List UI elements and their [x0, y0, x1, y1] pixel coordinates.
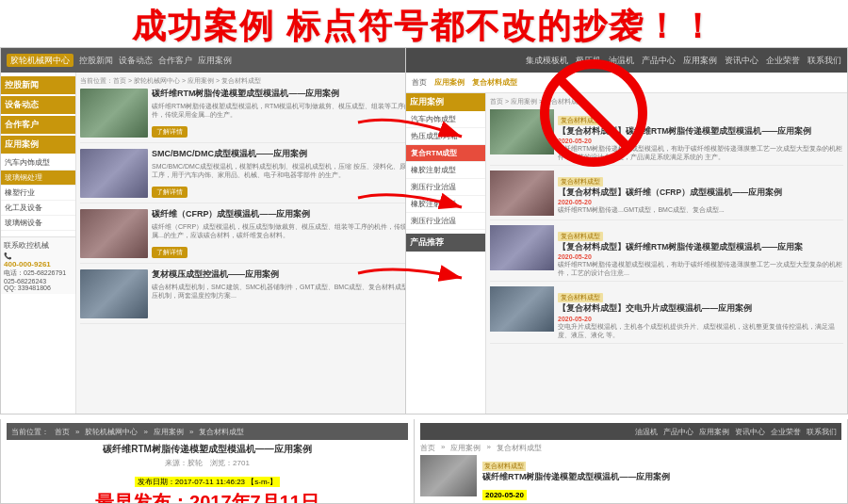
rp-sidebar: 应用案例 汽车内饰成型 热压成型/烤箱 复合RTM成型 橡胶注射成型 测压行业治… — [406, 93, 486, 414]
rp-sidebar-item-highlight[interactable]: 复合RTM成型 — [406, 145, 485, 162]
br-subnav-sep2: » — [486, 443, 490, 453]
lp-sidebar-item-2[interactable]: 玻璃钢处理 — [1, 171, 75, 186]
lp-article-1: 碳纤维RTM树脂传递模塑成型模温机——应用案例 碳纤维RTM树脂传递模塑成型模温… — [80, 89, 429, 143]
rp-article-desc-3: 碳纤维RTM树脂传递模塑成型模温机，有助于碳纤维模塑传递薄膜整工艺一次成型大型复… — [558, 260, 843, 277]
lp-body: 控股新闻 设备动态 合作客户 应用案例 汽车内饰成型 玻璃钢处理 橡塑行业 化工… — [1, 73, 432, 414]
lp-qq: QQ: 339481806 — [4, 285, 73, 291]
rp-article-body-2: 复合材料成型 【复合材料成型】碳纤维（CFRP）成型模温机——应用案例 2020… — [558, 171, 843, 216]
rp-subnav: 首页 应用案例 复合材料成型 — [406, 73, 847, 93]
lp-article-img-inner-2 — [80, 149, 148, 198]
lp-article-btn-2[interactable]: 了解详情 — [152, 187, 188, 198]
br-article-row: 复合材料成型 碳纤维RTM树脂传递模塑成型模温机——应用案例 2020-05-2… — [420, 455, 841, 504]
rp-article-body-4: 复合材料成型 【复合材料成型】交电升片成型模温机——应用案例 2020-05-2… — [558, 286, 843, 338]
rp-nav-6[interactable]: 资讯中心 — [725, 55, 758, 67]
bl-nav-home[interactable]: 首页 — [55, 427, 70, 437]
rp-nav-2[interactable]: 极压机 — [576, 55, 601, 67]
br-nav-4[interactable]: 资讯中心 — [735, 427, 765, 437]
br-subnav-2[interactable]: 应用案例 — [450, 443, 481, 453]
lp-article-body-1: 碳纤维RTM树脂传递模塑成型模温机——应用案例 碳纤维RTM树脂传递模塑成型模温… — [152, 89, 429, 138]
rp-nav-4[interactable]: 产品中心 — [642, 55, 676, 67]
rp-nav-3[interactable]: 油温机 — [609, 55, 634, 67]
rp-article-date-4: 2020-05-20 — [558, 316, 843, 322]
rp-article-desc-1: 碳纤维RTM树脂传递模塑成型模温机，有助于碳纤维模塑传递薄膜整工艺一次成型大型复… — [558, 144, 843, 161]
bl-nav-cases[interactable]: 应用案例 — [154, 427, 184, 437]
lp-nav-item-2[interactable]: 设备动态 — [119, 55, 153, 67]
rp-article-2: 复合材料成型 【复合材料成型】碳纤维（CFRP）成型模温机——应用案例 2020… — [490, 171, 843, 220]
rp-article-tag-3: 复合材料成型 — [558, 232, 603, 241]
rp-nav-1[interactable]: 集成模板机 — [526, 55, 568, 67]
br-nav: 油温机 产品中心 应用案例 资讯中心 企业荣誉 联系我们 — [420, 423, 841, 440]
br-nav-6[interactable]: 联系我们 — [807, 427, 837, 437]
rp-subnav-home[interactable]: 首页 — [412, 77, 427, 88]
bl-nav-center[interactable]: 胶轮机械网中心 — [85, 427, 138, 437]
lp-article-title-2: SMC/BMC/DMC成型模温机——应用案例 — [152, 149, 429, 160]
bl-nav-composite[interactable]: 复合材料成型 — [199, 427, 244, 437]
lp-sidebar-item-1[interactable]: 汽车内饰成型 — [1, 155, 75, 171]
br-article-title: 碳纤维RTM树脂传递模塑成型模温机——应用案例 — [482, 472, 841, 483]
lp-article-img-inner-1 — [80, 89, 148, 138]
rp-nav-7[interactable]: 企业荣誉 — [766, 55, 800, 67]
lp-article-3: 碳纤维（CFRP）成型模温机——应用案例 碳纤维（CFRP）成型模温机，模压成型… — [80, 209, 429, 264]
rp-article-img-inner-1 — [490, 109, 554, 154]
rp-article-title-3: 【复合材料成型】碳纤维RTM树脂传递模塑成型模温机——应用案 — [558, 242, 843, 252]
rp-sidebar-item-5[interactable]: 测压行业治温 — [406, 179, 485, 196]
rp-article-img-inner-3 — [490, 225, 554, 270]
br-nav-1[interactable]: 油温机 — [635, 427, 658, 437]
rp-sidebar-item-1[interactable]: 汽车内饰成型 — [406, 111, 485, 128]
lp-article-img-2 — [80, 149, 148, 198]
rp-article-body-1: 复合材料成型 【复合材料成型】碳纤维RTM树脂传递模塑成型模温机——应用案例 2… — [558, 109, 843, 161]
lp-article-btn-1[interactable]: 了解详情 — [152, 126, 188, 138]
bottom-right: 油温机 产品中心 应用案例 资讯中心 企业荣誉 联系我们 首页 » 应用案例 »… — [415, 419, 848, 504]
lp-article-img-1 — [80, 89, 148, 138]
lp-article-btn-3[interactable]: 了解详情 — [152, 247, 188, 258]
rp-article-3: 复合材料成型 【复合材料成型】碳纤维RTM树脂传递模塑成型模温机——应用案 20… — [490, 225, 843, 282]
bl-nav-sep1: » — [75, 428, 79, 436]
br-article-img — [420, 455, 477, 496]
bl-nav-sep2: » — [143, 428, 147, 436]
br-nav-2[interactable]: 产品中心 — [663, 427, 693, 437]
lp-article-img-inner-3 — [80, 209, 148, 258]
lp-sidebar-item-3[interactable]: 橡塑行业 — [1, 186, 75, 201]
bl-meta: 来源：胶轮 浏览：2701 — [7, 458, 408, 468]
rp-sidebar-item-2[interactable]: 热压成型/烤箱 — [406, 128, 485, 145]
br-nav-5[interactable]: 企业荣誉 — [771, 427, 801, 437]
rp-nav-5[interactable]: 应用案例 — [683, 55, 717, 67]
rp-sidebar-item-7[interactable]: 测压行业治温 — [406, 213, 485, 230]
rp-sidebar-item-4[interactable]: 橡胶注射成型 — [406, 162, 485, 179]
br-subnav-3[interactable]: 复合材料成型 — [497, 443, 542, 453]
lp-article-4: 复材模压成型控温机——应用案例 碳合材料成型机制，SMC建筑、SMC机器铺制件，… — [80, 269, 429, 324]
br-nav-3[interactable]: 应用案例 — [699, 427, 729, 437]
lp-breadcrumb: 当前位置：首页 > 胶轮机械网中心 > 应用案例 > 复合材料成型 — [80, 76, 429, 86]
rp-sidebar-item-6[interactable]: 橡胶注射成型 — [406, 196, 485, 213]
bl-nav-current: 当前位置： — [11, 427, 49, 437]
rp-subnav-cases[interactable]: 应用案例 — [434, 77, 465, 88]
rp-breadcrumb: 首页 > 应用案例 > 复合材料成型 — [490, 97, 843, 106]
rp-article-1: 复合材料成型 【复合材料成型】碳纤维RTM树脂传递模塑成型模温机——应用案例 2… — [490, 109, 843, 166]
lp-article-body-2: SMC/BMC/DMC成型模温机——应用案例 SMC/BMC/DMC成型模温机，… — [152, 149, 429, 198]
lp-nav-item-3[interactable]: 合作客户 — [158, 55, 192, 67]
rp-sidebar-section-1: 应用案例 — [406, 93, 485, 111]
bl-source: 来源：胶轮 — [165, 458, 203, 468]
lp-article-body-3: 碳纤维（CFRP）成型模温机——应用案例 碳纤维（CFRP）成型模温机，模压成型… — [152, 209, 429, 258]
rp-subnav-composite[interactable]: 复合材料成型 — [472, 77, 517, 88]
lp-sidebar-item-5[interactable]: 玻璃钢设备 — [1, 216, 75, 231]
br-subnav-1[interactable]: 首页 — [420, 443, 435, 453]
lp-phone: 400-000-9261 — [4, 260, 73, 268]
rp-article-title-2: 【复合材料成型】碳纤维（CFRP）成型模温机——应用案例 — [558, 187, 843, 198]
rp-article-img-inner-4 — [490, 286, 554, 332]
bottom-section: 当前位置： 首页 » 胶轮机械网中心 » 应用案例 » 复合材料成型 碳纤维RT… — [0, 419, 848, 504]
lp-sidebar-contact: 联系欧控机械 📞 400-000-9261 电话：025-68226791 02… — [1, 236, 75, 294]
rp-article-img-1 — [490, 109, 554, 154]
rp-article-img-3 — [490, 225, 554, 270]
lp-logo: 胶轮机械网中心 — [7, 54, 73, 68]
lp-sidebar-item-4[interactable]: 化工及设备 — [1, 201, 75, 216]
rp-nav-8[interactable]: 联系我们 — [807, 55, 841, 67]
lp-nav-item-1[interactable]: 控股新闻 — [79, 55, 113, 67]
lp-article-img-3 — [80, 209, 148, 258]
lp-sidebar-section-1: 控股新闻 — [1, 76, 75, 94]
br-article-body: 复合材料成型 碳纤维RTM树脂传递模塑成型模温机——应用案例 2020-05-2… — [482, 455, 841, 504]
lp-article-desc-4: 碳合材料成型机制，SMC建筑、SMC机器铺制件，GMT成型、BMC成型、复合材料… — [152, 283, 429, 300]
rp-body: 应用案例 汽车内饰成型 热压成型/烤箱 复合RTM成型 橡胶注射成型 测压行业治… — [406, 93, 847, 414]
rp-article-date-2: 2020-05-20 — [558, 199, 843, 205]
lp-nav-item-4[interactable]: 应用案例 — [198, 55, 232, 67]
